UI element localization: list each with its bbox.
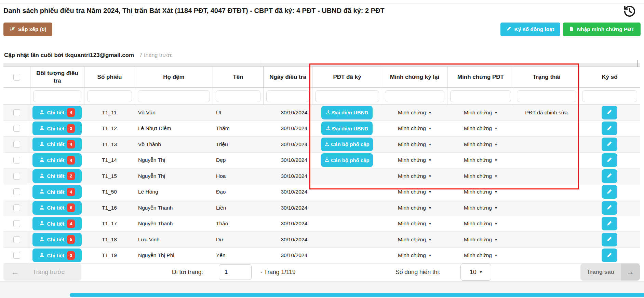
- column-header-minh-chung-pdt[interactable]: Minh chứng PĐT: [447, 67, 514, 87]
- cell-ngay-dieu-tra: 30/10/2024: [263, 200, 312, 216]
- evidence-resign-dropdown[interactable]: Minh chứng ▾: [398, 237, 431, 243]
- row-checkbox[interactable]: [13, 188, 20, 195]
- filter-input-so-phieu[interactable]: [87, 90, 132, 102]
- evidence-pdt-dropdown[interactable]: Minh chứng ▾: [464, 221, 497, 227]
- evidence-resign-dropdown[interactable]: Minh chứng ▾: [398, 205, 431, 211]
- sort-button[interactable]: Sắp xếp (0): [3, 23, 52, 36]
- sign-button[interactable]: [602, 249, 617, 262]
- detail-button[interactable]: Chi tiết 5: [32, 233, 82, 246]
- filter-input-pdt-da-ky[interactable]: [315, 90, 379, 102]
- evidence-resign-dropdown[interactable]: Minh chứng ▾: [398, 189, 431, 195]
- cell-ho-dem: Nguyễn Thanh: [135, 216, 213, 232]
- import-evidence-button[interactable]: Nhập minh chứng PĐT: [563, 23, 641, 36]
- goto-page-input[interactable]: [219, 264, 252, 280]
- row-checkbox[interactable]: [13, 236, 20, 243]
- column-header-pdt-da-ky[interactable]: PĐT đã ký: [312, 67, 382, 87]
- evidence-resign-label: Minh chứng: [398, 252, 426, 258]
- sign-button[interactable]: [602, 217, 617, 230]
- detail-button[interactable]: Chi tiết 4: [32, 153, 82, 167]
- detail-button[interactable]: Chi tiết 4: [32, 138, 82, 151]
- bulk-sign-button[interactable]: Ký số đồng loạt: [500, 23, 560, 36]
- sign-button[interactable]: [602, 153, 617, 167]
- column-header-ho-dem[interactable]: Họ đệm: [135, 67, 213, 87]
- filter-input-ten[interactable]: [216, 90, 260, 102]
- horizontal-scrollbar[interactable]: [70, 293, 644, 297]
- sign-button[interactable]: [602, 169, 617, 183]
- column-header-doi-tuong[interactable]: Đối tượng điều tra: [30, 67, 84, 87]
- evidence-pdt-dropdown[interactable]: Minh chứng ▾: [464, 173, 497, 179]
- evidence-pdt-dropdown[interactable]: Minh chứng ▾: [464, 125, 497, 131]
- signed-by-button[interactable]: Cán bộ phổ cập: [321, 153, 373, 167]
- evidence-pdt-label: Minh chứng: [464, 157, 492, 163]
- prev-page-button[interactable]: ← Trang trước: [3, 264, 81, 281]
- row-checkbox[interactable]: [13, 141, 20, 148]
- column-resize-tick: [638, 60, 638, 67]
- detail-button[interactable]: Chi tiết 3: [32, 122, 82, 135]
- column-header-ten[interactable]: Tên: [213, 67, 263, 87]
- evidence-resign-dropdown[interactable]: Minh chứng ▾: [398, 110, 431, 116]
- evidence-pdt-dropdown[interactable]: Minh chứng ▾: [464, 237, 497, 243]
- sign-button[interactable]: [602, 138, 617, 151]
- row-checkbox[interactable]: [13, 204, 20, 211]
- evidence-resign-dropdown[interactable]: Minh chứng ▾: [398, 125, 431, 131]
- select-all-checkbox[interactable]: [13, 74, 20, 81]
- detail-button[interactable]: Chi tiết 4: [32, 217, 82, 230]
- filter-input-ngay-dieu-tra[interactable]: [266, 90, 309, 102]
- evidence-resign-dropdown[interactable]: Minh chứng ▾: [398, 252, 431, 258]
- sign-button[interactable]: [602, 122, 617, 135]
- filter-input-doi-tuong[interactable]: [33, 90, 81, 102]
- evidence-pdt-dropdown[interactable]: Minh chứng ▾: [464, 141, 497, 147]
- signed-by-button[interactable]: Cán bộ phổ cập: [321, 138, 373, 151]
- row-checkbox[interactable]: [13, 173, 20, 180]
- evidence-pdt-dropdown[interactable]: Minh chứng ▾: [464, 157, 497, 163]
- row-checkbox[interactable]: [13, 125, 20, 132]
- row-checkbox[interactable]: [13, 252, 20, 259]
- last-updated-user: tkquantri123@gmail.com: [65, 52, 134, 58]
- filter-input-ky-so[interactable]: [582, 90, 637, 102]
- count-badge: 4: [67, 219, 75, 228]
- pencil-icon: [607, 157, 612, 164]
- caret-down-icon: ▾: [495, 221, 497, 226]
- cell-ho-dem: Lưu Vinh: [135, 232, 213, 247]
- column-header-ngay-dieu-tra[interactable]: Ngày điều tra: [263, 67, 312, 87]
- evidence-resign-dropdown[interactable]: Minh chứng ▾: [398, 221, 431, 227]
- detail-button[interactable]: Chi tiết 6: [32, 201, 82, 215]
- column-header-so-phieu[interactable]: Số phiếu: [84, 67, 135, 87]
- evidence-pdt-dropdown[interactable]: Minh chứng ▾: [464, 189, 497, 195]
- sign-button[interactable]: [602, 233, 617, 246]
- column-header-ky-so[interactable]: Ký số: [579, 67, 640, 87]
- column-header-trang-thai[interactable]: Trạng thái: [514, 67, 579, 87]
- row-checkbox[interactable]: [13, 109, 20, 116]
- signed-by-button[interactable]: Đại diện UBND: [321, 122, 373, 135]
- evidence-pdt-dropdown[interactable]: Minh chứng ▾: [464, 205, 497, 211]
- sign-button[interactable]: [602, 201, 617, 215]
- last-updated-time: 7 tháng trước: [139, 52, 173, 58]
- sign-button[interactable]: [602, 106, 617, 119]
- rows-per-page-select[interactable]: 10 ▾: [460, 264, 491, 281]
- row-checkbox[interactable]: [13, 157, 20, 164]
- detail-button[interactable]: Chi tiết 3: [32, 249, 82, 262]
- detail-button[interactable]: Chi tiết 4: [32, 185, 82, 199]
- evidence-resign-dropdown[interactable]: Minh chứng ▾: [398, 173, 431, 179]
- detail-button[interactable]: Chi tiết 4: [32, 106, 82, 119]
- history-button[interactable]: [623, 5, 636, 18]
- column-header-minh-chung-ky-lai[interactable]: Minh chứng ký lại: [382, 67, 447, 87]
- detail-button[interactable]: Chi tiết 2: [32, 169, 82, 183]
- detail-button-label: Chi tiết: [47, 157, 65, 163]
- count-badge: 4: [67, 108, 75, 117]
- evidence-pdt-dropdown[interactable]: Minh chứng ▾: [464, 252, 497, 258]
- signed-by-button[interactable]: Đại diện UBND: [321, 106, 373, 119]
- evidence-pdt-dropdown[interactable]: Minh chứng ▾: [464, 110, 497, 116]
- evidence-resign-dropdown[interactable]: Minh chứng ▾: [398, 141, 431, 147]
- filter-input-minh-chung-pdt[interactable]: [450, 90, 511, 102]
- evidence-pdt-label: Minh chứng: [464, 237, 492, 243]
- next-page-button[interactable]: Trang sau →: [580, 264, 640, 281]
- filter-input-minh-chung-ky-lai[interactable]: [385, 90, 444, 102]
- filter-input-ho-dem[interactable]: [138, 90, 210, 102]
- detail-button-label: Chi tiết: [47, 110, 65, 115]
- cell-ho-dem: Nguyễn Thanh: [135, 200, 213, 216]
- filter-input-trang-thai[interactable]: [517, 90, 576, 102]
- row-checkbox[interactable]: [13, 220, 20, 227]
- sign-button[interactable]: [602, 185, 617, 199]
- evidence-resign-dropdown[interactable]: Minh chứng ▾: [398, 157, 431, 163]
